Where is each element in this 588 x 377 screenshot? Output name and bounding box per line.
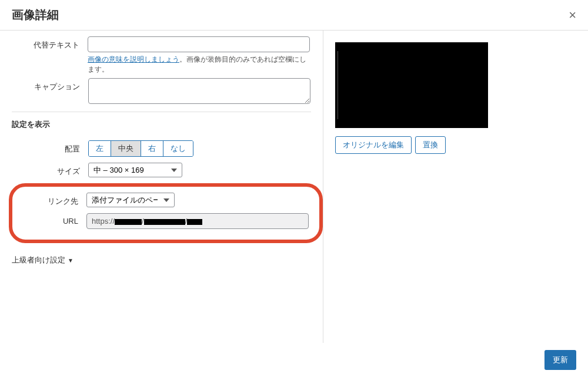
align-button-group: 左 中央 右 なし: [88, 140, 193, 157]
caption-row: キャプション: [12, 78, 311, 106]
caption-label: キャプション: [12, 78, 88, 92]
dialog-footer: 更新: [0, 343, 588, 377]
dialog-header: 画像詳細 ×: [0, 0, 588, 31]
url-redacted: [187, 219, 202, 225]
caption-input[interactable]: [88, 78, 310, 104]
alt-text-row: 代替テキスト 画像の意味を説明しましょう。画像が装飾目的のみであれば空欄にします…: [12, 36, 311, 75]
alt-text-label: 代替テキスト: [12, 36, 88, 51]
align-label: 配置: [12, 140, 88, 154]
close-icon[interactable]: ×: [569, 8, 576, 23]
url-redacted: [144, 219, 185, 225]
align-row: 配置 左 中央 右 なし: [12, 140, 311, 157]
chevron-down-icon: ▼: [68, 257, 74, 264]
dialog-content: 代替テキスト 画像の意味を説明しましょう。画像が装飾目的のみであれば空欄にします…: [0, 31, 588, 343]
replace-button[interactable]: 置換: [415, 136, 446, 154]
alt-text-input[interactable]: [88, 36, 310, 52]
align-center-button[interactable]: 中央: [111, 141, 141, 156]
update-button[interactable]: 更新: [544, 350, 576, 370]
alt-text-hint: 画像の意味を説明しましょう。画像が装飾目的のみであれば空欄にします。: [88, 55, 311, 75]
link-to-row: リンク先 添付ファイルのページ: [15, 193, 311, 207]
size-row: サイズ 中 – 300 × 169: [12, 163, 311, 177]
align-right-button[interactable]: 右: [141, 141, 163, 156]
advanced-settings-toggle[interactable]: 上級者向け設定 ▼: [12, 255, 74, 265]
preview-bar: [338, 51, 338, 120]
url-row: URL https:////: [15, 213, 311, 229]
preview-pane: オリジナルを編集 置換: [323, 31, 588, 343]
url-label: URL: [15, 213, 86, 225]
edit-original-button[interactable]: オリジナルを編集: [335, 136, 412, 154]
dialog-title: 画像詳細: [12, 7, 59, 23]
settings-pane: 代替テキスト 画像の意味を説明しましょう。画像が装飾目的のみであれば空欄にします…: [0, 31, 323, 343]
link-to-label: リンク先: [15, 193, 86, 207]
link-to-select[interactable]: 添付ファイルのページ: [86, 193, 175, 207]
divider: [12, 112, 311, 112]
link-highlight: リンク先 添付ファイルのページ URL https:////: [9, 183, 323, 243]
image-preview: [335, 42, 488, 128]
size-label: サイズ: [12, 163, 88, 177]
align-none-button[interactable]: なし: [163, 141, 193, 156]
preview-actions: オリジナルを編集 置換: [335, 136, 576, 154]
alt-text-hint-link[interactable]: 画像の意味を説明しましょう: [88, 55, 179, 63]
url-redacted: [115, 219, 142, 225]
url-input[interactable]: https:////: [86, 213, 309, 229]
size-select[interactable]: 中 – 300 × 169: [88, 163, 182, 177]
align-left-button[interactable]: 左: [89, 141, 111, 156]
display-settings-title: 設定を表示: [12, 119, 311, 130]
